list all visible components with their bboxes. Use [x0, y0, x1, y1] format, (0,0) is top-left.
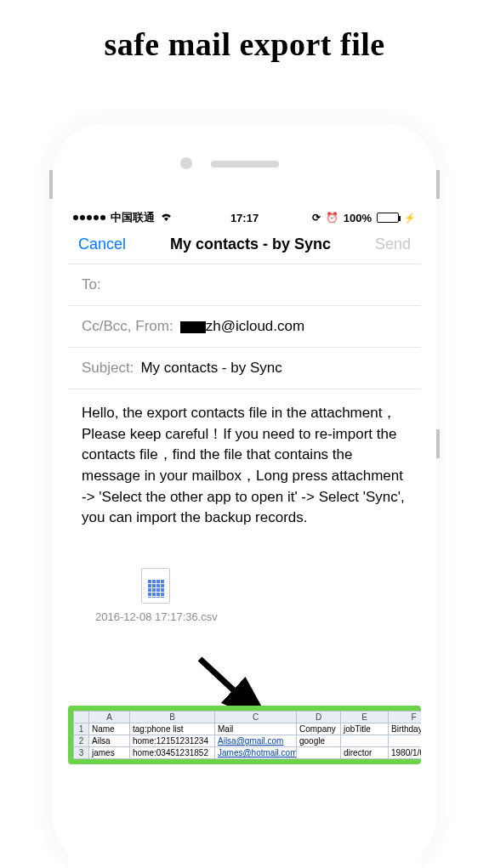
mail-link[interactable]: Ailsa@gmail.com: [218, 736, 283, 746]
battery-icon: [377, 213, 399, 223]
cell: Ailsa: [89, 735, 130, 747]
cell: google: [297, 735, 341, 747]
signal-icon: [73, 215, 105, 220]
header-cell: Mail: [215, 723, 297, 735]
table-row: 2 Ailsa home:12151231234 Ailsa@gmail.com…: [74, 735, 422, 747]
spreadsheet-table: A B C D E F 1 Name tag:phone list Mail C: [73, 711, 421, 759]
to-label: To:: [82, 276, 101, 293]
phone-camera-dot: [180, 157, 192, 169]
col-letter: E: [341, 712, 389, 723]
compose-title: My contacts - by Sync: [170, 235, 331, 253]
subject-field[interactable]: Subject: My contacts - by Sync: [68, 348, 421, 389]
cell: [297, 747, 341, 759]
cell: director: [341, 747, 389, 759]
cell: home:03451231852: [130, 747, 215, 759]
table-row: 1 Name tag:phone list Mail Company jobTi…: [74, 723, 422, 735]
col-letter: B: [130, 712, 215, 723]
alarm-icon: ⏰: [326, 212, 338, 224]
ccbcc-from-field[interactable]: Cc/Bcc, From: zh@icloud.com: [68, 306, 421, 348]
table-row: 3 james home:03451231852 James@hotmail.c…: [74, 747, 422, 759]
col-letter: C: [215, 712, 297, 723]
orientation-lock-icon: ⟳: [312, 212, 321, 224]
header-cell: Name: [89, 723, 130, 735]
header-cell: Birthday: [389, 723, 422, 735]
header-cell: Company: [297, 723, 341, 735]
col-letter: A: [89, 712, 130, 723]
phone-screen: 中国联通 17:17 ⟳ ⏰ 100% ⚡ Cancel My contacts…: [68, 208, 421, 868]
mail-link[interactable]: James@hotmail.com: [218, 748, 297, 757]
cancel-button[interactable]: Cancel: [78, 235, 126, 253]
send-button[interactable]: Send: [375, 235, 411, 253]
header-cell: jobTitle: [341, 723, 389, 735]
status-time: 17:17: [230, 212, 259, 224]
cell: home:12151231234: [130, 735, 215, 747]
redacted-block: [180, 321, 206, 333]
email-body[interactable]: Hello, the export contacts file in the a…: [68, 389, 421, 542]
cell: James@hotmail.com: [215, 747, 297, 759]
column-letter-row: A B C D E F: [74, 712, 422, 723]
csv-file-icon: [141, 568, 170, 604]
subject-label: Subject:: [82, 360, 134, 377]
to-field[interactable]: To:: [68, 264, 421, 306]
spreadsheet-preview: A B C D E F 1 Name tag:phone list Mail C: [68, 706, 421, 764]
attachment[interactable]: 2016-12-08 17:17:36.csv: [82, 568, 407, 623]
cell: [389, 735, 422, 747]
promo-title: safe mail export file: [0, 26, 489, 63]
status-bar: 中国联通 17:17 ⟳ ⏰ 100% ⚡: [68, 208, 421, 227]
cell: 1980/1/6: [389, 747, 422, 759]
carrier-label: 中国联通: [111, 210, 155, 225]
ccbcc-label: Cc/Bcc, From:: [82, 318, 173, 335]
charging-icon: ⚡: [404, 213, 416, 224]
phone-speaker: [211, 161, 279, 167]
subject-value: My contacts - by Sync: [140, 360, 281, 377]
attachment-filename: 2016-12-08 17:17:36.csv: [95, 610, 407, 623]
header-cell: tag:phone list: [130, 723, 215, 735]
battery-percent: 100%: [344, 212, 372, 224]
compose-navbar: Cancel My contacts - by Sync Send: [68, 227, 421, 264]
phone-frame: 中国联通 17:17 ⟳ ⏰ 100% ⚡ Cancel My contacts…: [53, 123, 436, 868]
cell: [341, 735, 389, 747]
wifi-icon: [160, 211, 173, 224]
col-letter: D: [297, 712, 341, 723]
cell: james: [89, 747, 130, 759]
from-address-suffix: zh@icloud.com: [206, 318, 304, 334]
cell: Ailsa@gmail.com: [215, 735, 297, 747]
col-letter: F: [389, 712, 422, 723]
